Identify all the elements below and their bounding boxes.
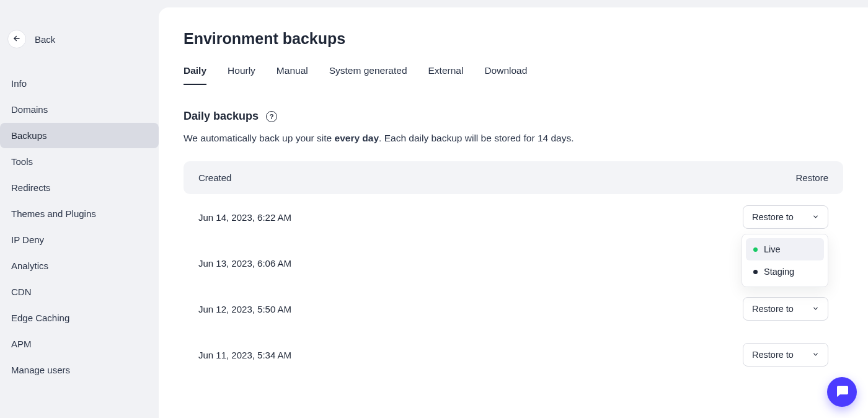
section-title: Daily backups [184, 110, 259, 123]
back-button[interactable] [7, 30, 26, 48]
sidebar-item-redirects[interactable]: Redirects [0, 175, 159, 200]
restore-option-label: Live [764, 244, 781, 254]
restore-button-label: Restore to [752, 304, 794, 314]
chevron-down-icon [812, 304, 819, 314]
desc-suffix: . Each daily backup will be stored for 1… [379, 133, 574, 143]
restore-button-label: Restore to [752, 350, 794, 360]
tab-hourly[interactable]: Hourly [228, 65, 255, 85]
section-header: Daily backups ? [184, 110, 843, 123]
back-row: Back [0, 30, 159, 60]
desc-prefix: We automatically back up your site [184, 133, 335, 143]
cell-restore: Restore toLiveStaging [743, 205, 828, 229]
desc-bold: every day [335, 133, 379, 143]
chevron-down-icon [812, 350, 819, 360]
sidebar-item-themes-and-plugins[interactable]: Themes and Plugins [0, 201, 159, 226]
sidebar-item-ip-deny[interactable]: IP Deny [0, 227, 159, 252]
cell-created: Jun 12, 2023, 5:50 AM [198, 304, 291, 314]
cell-restore: Restore to [743, 297, 828, 321]
back-label: Back [35, 34, 55, 45]
backups-table: Created Restore Jun 14, 2023, 6:22 AMRes… [184, 161, 843, 378]
main-card: Environment backups DailyHourlyManualSys… [159, 7, 868, 418]
table-row: Jun 12, 2023, 5:50 AMRestore to [184, 286, 843, 332]
chevron-down-icon [812, 212, 819, 222]
tab-external[interactable]: External [428, 65, 464, 85]
restore-option-label: Staging [764, 267, 794, 277]
tabs: DailyHourlyManualSystem generatedExterna… [184, 65, 843, 85]
table-row: Jun 11, 2023, 5:34 AMRestore to [184, 332, 843, 378]
sidebar-item-edge-caching[interactable]: Edge Caching [0, 305, 159, 331]
sidebar-item-apm[interactable]: APM [0, 331, 159, 357]
chat-icon [835, 383, 849, 401]
tab-system-generated[interactable]: System generated [329, 65, 407, 85]
cell-created: Jun 13, 2023, 6:06 AM [198, 258, 291, 269]
restore-option-live[interactable]: Live [746, 238, 824, 260]
sidebar-item-tools[interactable]: Tools [0, 149, 159, 174]
restore-option-staging[interactable]: Staging [746, 260, 824, 283]
help-icon[interactable]: ? [266, 111, 277, 122]
sidebar-item-backups[interactable]: Backups [0, 123, 159, 148]
status-dot-icon [753, 247, 758, 252]
col-created: Created [198, 172, 231, 183]
col-restore: Restore [795, 172, 828, 183]
restore-dropdown: LiveStaging [742, 234, 828, 287]
sidebar: Back InfoDomainsBackupsToolsRedirectsThe… [0, 0, 159, 418]
section-description: We automatically back up your site every… [184, 133, 843, 144]
tab-daily[interactable]: Daily [184, 65, 206, 85]
tab-download[interactable]: Download [484, 65, 527, 85]
restore-to-button[interactable]: Restore to [743, 205, 828, 229]
sidebar-item-info[interactable]: Info [0, 71, 159, 96]
sidebar-item-manage-users[interactable]: Manage users [0, 357, 159, 383]
sidebar-item-domains[interactable]: Domains [0, 97, 159, 122]
sidebar-item-cdn[interactable]: CDN [0, 279, 159, 305]
status-dot-icon [753, 270, 758, 274]
table-row: Jun 14, 2023, 6:22 AMRestore toLiveStagi… [184, 194, 843, 240]
chat-fab[interactable] [827, 377, 857, 407]
cell-created: Jun 14, 2023, 6:22 AM [198, 212, 291, 223]
cell-restore: Restore to [743, 343, 828, 367]
restore-button-label: Restore to [752, 212, 794, 222]
arrow-left-icon [12, 34, 21, 45]
sidebar-nav: InfoDomainsBackupsToolsRedirectsThemes a… [0, 71, 159, 383]
sidebar-item-analytics[interactable]: Analytics [0, 253, 159, 278]
table-header: Created Restore [184, 161, 843, 194]
tab-manual[interactable]: Manual [277, 65, 308, 85]
restore-to-button[interactable]: Restore to [743, 297, 828, 321]
cell-created: Jun 11, 2023, 5:34 AM [198, 350, 291, 360]
page-title: Environment backups [184, 30, 843, 48]
restore-to-button[interactable]: Restore to [743, 343, 828, 367]
